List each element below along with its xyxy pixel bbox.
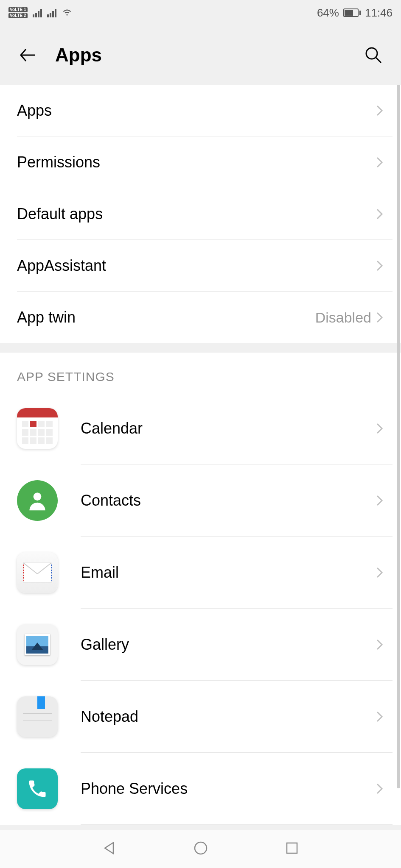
menu-item-label: App twin: [17, 309, 315, 326]
nav-recent-button[interactable]: [284, 840, 300, 858]
svg-point-8: [195, 842, 207, 854]
battery-percent: 64%: [317, 6, 339, 19]
chevron-right-icon: [376, 566, 384, 579]
section-header: APP SETTINGS: [0, 353, 401, 392]
app-item-contacts[interactable]: Contacts: [0, 465, 401, 537]
search-icon: [364, 46, 383, 64]
chevron-right-icon: [376, 259, 384, 272]
svg-marker-7: [105, 843, 113, 854]
nav-back-button[interactable]: [101, 840, 118, 858]
svg-line-2: [376, 58, 381, 63]
contacts-icon: [17, 480, 58, 521]
chevron-right-icon: [376, 710, 384, 723]
menu-item-app-assistant[interactable]: AppAssistant: [0, 240, 401, 292]
phone-icon: [17, 768, 58, 809]
app-item-email[interactable]: Email: [0, 537, 401, 609]
calendar-icon: [17, 408, 58, 449]
svg-rect-9: [287, 843, 297, 853]
back-arrow-icon: [18, 46, 37, 64]
header: Apps: [0, 25, 401, 85]
circle-home-icon: [193, 840, 209, 856]
app-item-phone-services[interactable]: Phone Services: [0, 753, 401, 825]
app-item-gallery[interactable]: Gallery: [0, 609, 401, 681]
volte-2-icon: VoLTE 2: [8, 13, 28, 18]
clock: 11:46: [365, 6, 393, 19]
content: Apps Permissions Default apps AppAssista…: [0, 85, 401, 825]
menu-item-label: Permissions: [17, 153, 376, 171]
app-item-label: Notepad: [81, 708, 376, 726]
wifi-icon: [62, 6, 73, 19]
notepad-icon: [17, 696, 58, 737]
status-bar: VoLTE 1 VoLTE 2 64% 11:46: [0, 0, 401, 25]
app-item-notepad[interactable]: Notepad: [0, 681, 401, 753]
menu-item-label: AppAssistant: [17, 257, 376, 275]
page-title: Apps: [55, 45, 102, 66]
chevron-right-icon: [376, 311, 384, 324]
menu-item-label: Apps: [17, 102, 376, 120]
chevron-right-icon: [376, 208, 384, 220]
volte-indicators: VoLTE 1 VoLTE 2: [8, 7, 28, 18]
chevron-right-icon: [376, 782, 384, 795]
status-left: VoLTE 1 VoLTE 2: [8, 6, 73, 19]
triangle-back-icon: [101, 840, 118, 856]
signal-1-icon: [33, 8, 42, 17]
chevron-right-icon: [376, 156, 384, 169]
app-item-label: Phone Services: [81, 780, 376, 798]
back-button[interactable]: [17, 45, 38, 66]
menu-item-default-apps[interactable]: Default apps: [0, 188, 401, 240]
navigation-bar: [0, 830, 401, 868]
signal-2-icon: [47, 8, 56, 17]
nav-home-button[interactable]: [193, 840, 209, 858]
app-settings-section: APP SETTINGS Calendar Contacts: [0, 353, 401, 825]
svg-point-1: [366, 48, 377, 59]
menu-item-permissions[interactable]: Permissions: [0, 136, 401, 188]
email-icon: [17, 552, 58, 593]
menu-item-app-twin[interactable]: App twin Disabled: [0, 292, 401, 343]
menu-item-value: Disabled: [315, 309, 371, 326]
menu-item-apps[interactable]: Apps: [0, 85, 401, 136]
chevron-right-icon: [376, 494, 384, 507]
app-item-label: Gallery: [81, 636, 376, 654]
chevron-right-icon: [376, 104, 384, 117]
battery-icon: [343, 8, 361, 17]
chevron-right-icon: [376, 638, 384, 651]
app-item-label: Email: [81, 564, 376, 581]
square-recent-icon: [284, 840, 300, 856]
status-right: 64% 11:46: [317, 6, 393, 19]
volte-1-icon: VoLTE 1: [8, 7, 28, 12]
scroll-indicator[interactable]: [397, 85, 400, 788]
gallery-icon: [17, 624, 58, 665]
app-item-calendar[interactable]: Calendar: [0, 392, 401, 465]
svg-point-3: [34, 492, 42, 501]
app-item-label: Calendar: [81, 420, 376, 437]
search-button[interactable]: [363, 45, 384, 66]
menu-item-label: Default apps: [17, 205, 376, 223]
app-item-label: Contacts: [81, 492, 376, 509]
section-divider: [0, 343, 401, 353]
chevron-right-icon: [376, 422, 384, 435]
main-menu-section: Apps Permissions Default apps AppAssista…: [0, 85, 401, 343]
